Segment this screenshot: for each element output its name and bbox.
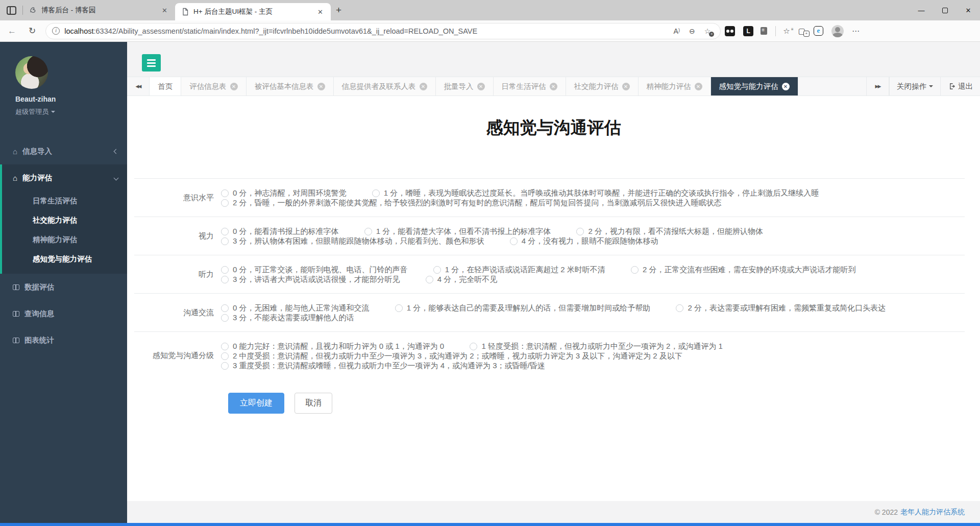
radio-input[interactable]	[395, 304, 403, 312]
cancel-button[interactable]: 取消	[295, 393, 332, 414]
back-icon[interactable]: ←	[3, 24, 21, 38]
tab-mental-ability[interactable]: 精神能力评估✕	[639, 77, 711, 95]
radio-option[interactable]: 0 分，能看清书报上的标准字体	[221, 226, 339, 236]
sidebar-item-social-ability[interactable]: 社交能力评估	[2, 210, 127, 230]
minimize-button[interactable]: —	[910, 0, 933, 20]
sidebar-item-info-import[interactable]: ⌂ 信息导入	[0, 138, 127, 164]
tab-home[interactable]: 首页	[150, 77, 181, 95]
address-bar[interactable]: i localhost:63342/Ability_assessment/sta…	[45, 23, 721, 39]
radio-option[interactable]: 1 轻度受损：意识清醒，但视力或听力中至少一项评为 2，或沟通评为 1	[470, 341, 723, 351]
radio-input[interactable]	[221, 276, 229, 283]
site-info-icon[interactable]: i	[52, 27, 60, 35]
radio-option[interactable]: 4 分，没有视力，眼睛不能跟随物体移动	[510, 236, 658, 246]
close-tab-icon[interactable]: ✕	[159, 6, 170, 15]
sidebar-item-query-info[interactable]: 查询信息	[0, 300, 127, 327]
radio-option[interactable]: 0 分，神志清醒，对周围环境警觉	[221, 188, 347, 198]
radio-option[interactable]: 0 分，无困难，能与他人正常沟通和交流	[221, 303, 370, 313]
radio-option[interactable]: 4 分，完全听不见	[426, 274, 498, 284]
close-tab-icon[interactable]: ✕	[695, 83, 702, 90]
sidebar-item-data-assessment[interactable]: 数据评估	[0, 274, 127, 300]
scroll-tabs-left-icon[interactable]: ◀◀	[127, 77, 150, 95]
tab-daily-life[interactable]: 日常生活评估✕	[494, 77, 566, 95]
exit-button[interactable]: 退出	[941, 77, 980, 95]
radio-input[interactable]	[221, 314, 229, 322]
radio-input[interactable]	[221, 343, 229, 350]
radio-input[interactable]	[470, 343, 477, 350]
close-tab-icon[interactable]: ✕	[315, 7, 326, 17]
radio-option[interactable]: 3 分，讲话者大声说话或说话很慢，才能部分听见	[221, 274, 400, 284]
radio-input[interactable]	[676, 304, 683, 312]
sidebar-item-daily-life[interactable]: 日常生活评估	[2, 191, 127, 210]
radio-input[interactable]	[221, 189, 229, 197]
sidebar-item-mental-ability[interactable]: 精神能力评估	[2, 230, 127, 249]
radio-input[interactable]	[426, 276, 433, 283]
radio-input[interactable]	[221, 237, 229, 245]
tab-assessment-info[interactable]: 评估信息表✕	[181, 77, 247, 95]
sidebar-item-perception[interactable]: 感知觉与能力评估	[2, 249, 127, 269]
tab-perception[interactable]: 感知觉与能力评估✕	[711, 77, 798, 95]
close-tab-icon[interactable]: ✕	[782, 83, 790, 90]
collections-icon[interactable]: ▢	[794, 25, 810, 37]
close-operations-dropdown[interactable]: 关闭操作	[889, 77, 941, 95]
collapse-sidebar-button[interactable]	[142, 54, 161, 71]
workspaces-icon[interactable]	[7, 6, 16, 15]
radio-input[interactable]	[221, 228, 229, 235]
create-button[interactable]: 立即创建	[228, 393, 284, 414]
scroll-tabs-right-icon[interactable]: ▶▶	[867, 77, 889, 95]
radio-input[interactable]	[631, 266, 639, 274]
radio-option[interactable]: 2 中度受损：意识清醒，但视力或听力中至少一项评为 3，或沟通评为 2；或嗜睡，…	[221, 351, 682, 361]
user-role-dropdown[interactable]: 超级管理员	[15, 107, 127, 116]
radio-input[interactable]	[221, 352, 229, 360]
radio-option[interactable]: 2 分，视力有限，看不清报纸大标题，但能辨认物体	[576, 226, 763, 236]
radio-input[interactable]	[221, 304, 229, 312]
radio-input[interactable]	[372, 189, 380, 197]
zoom-out-icon[interactable]: ⊖	[684, 26, 700, 37]
tab-provider-contacts[interactable]: 信息提供者及联系人表✕	[334, 77, 436, 95]
radio-input[interactable]	[433, 266, 441, 274]
maximize-button[interactable]	[933, 0, 957, 20]
extension-l-icon[interactable]: L	[743, 26, 753, 36]
browser-tab-app[interactable]: H+ 后台主题UI框架 - 主页 ✕	[175, 3, 331, 20]
radio-option[interactable]: 2 分，表达需要或理解有困难，需频繁重复或简化口头表达	[676, 303, 886, 313]
profile-avatar-icon[interactable]	[831, 25, 844, 37]
url-text[interactable]: localhost:63342/Ability_assessment/stati…	[64, 27, 669, 35]
extension-dots-icon[interactable]	[725, 26, 735, 36]
radio-input[interactable]	[221, 266, 229, 274]
pages-copy-icon[interactable]	[761, 27, 767, 35]
browser-tab-blog[interactable]: 博客后台 - 博客园 ✕	[23, 0, 175, 20]
avatar[interactable]	[15, 56, 48, 89]
radio-input[interactable]	[510, 237, 518, 245]
add-favorite-icon[interactable]: ☆	[700, 26, 716, 37]
radio-option[interactable]: 3 重度受损：意识清醒或嗜睡，但视力或听力中至少一项评为 4，或沟通评为 3；或…	[221, 361, 545, 370]
radio-input[interactable]	[576, 228, 584, 235]
radio-option[interactable]: 2 分，正常交流有些困难，需在安静的环境或大声说话才能听到	[631, 265, 856, 274]
radio-option[interactable]: 3 分，辨认物体有困难，但眼睛能跟随物体移动，只能看到光、颜色和形状	[221, 236, 484, 246]
radio-input[interactable]	[221, 199, 229, 207]
system-name-link[interactable]: 老年人能力评估系统	[900, 508, 965, 517]
close-tab-icon[interactable]: ✕	[230, 83, 238, 90]
radio-input[interactable]	[221, 362, 229, 370]
radio-option[interactable]: 1 分，在轻声说话或说话距离超过 2 米时听不清	[433, 265, 605, 274]
radio-option[interactable]: 1 分，能够表达自己的需要及理解别人的话，但需要增加时间或给予帮助	[395, 303, 651, 313]
new-tab-button[interactable]: +	[331, 4, 347, 17]
refresh-icon[interactable]: ↻	[24, 23, 40, 38]
close-tab-icon[interactable]: ✕	[420, 83, 427, 90]
close-tab-icon[interactable]: ✕	[622, 83, 630, 90]
close-tab-icon[interactable]: ✕	[550, 83, 557, 90]
tab-batch-import[interactable]: 批量导入✕	[436, 77, 494, 95]
radio-option[interactable]: 3 分，不能表达需要或理解他人的话	[221, 313, 354, 322]
read-aloud-icon[interactable]: A)	[669, 26, 684, 37]
ie-mode-icon[interactable]: e	[814, 26, 823, 36]
radio-option[interactable]: 2 分，昏睡，一般的外界刺激不能使其觉醒，给予较强烈的刺激时可有短时的意识清醒，…	[221, 198, 722, 207]
close-tab-icon[interactable]: ✕	[317, 83, 325, 90]
close-tab-icon[interactable]: ✕	[477, 83, 485, 90]
tab-social-ability[interactable]: 社交能力评估✕	[566, 77, 639, 95]
radio-option[interactable]: 0 能力完好：意识清醒，且视力和听力评为 0 或 1，沟通评为 0	[221, 341, 444, 351]
tab-assessee-basic-info[interactable]: 被评估基本信息表✕	[247, 77, 334, 95]
radio-input[interactable]	[364, 228, 372, 235]
settings-menu-icon[interactable]: ⋯	[848, 25, 864, 37]
radio-option[interactable]: 1 分，能看清楚大字体，但看不清书报上的标准字体	[364, 226, 551, 236]
favorites-icon[interactable]: ☆≡	[779, 25, 794, 37]
sidebar-item-ability-assessment[interactable]: ⌂ 能力评估	[2, 164, 127, 191]
close-window-button[interactable]: ✕	[957, 0, 980, 20]
